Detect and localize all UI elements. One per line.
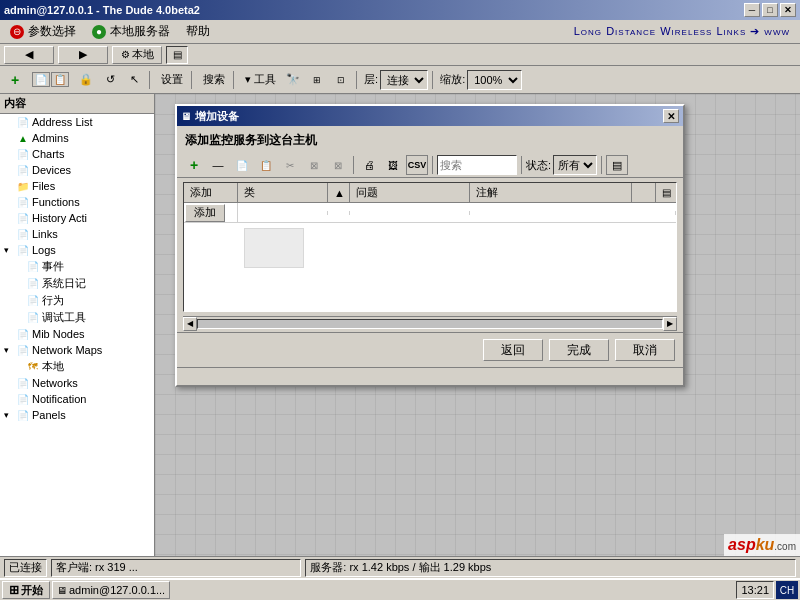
- toolbar-sep1: [149, 71, 153, 89]
- links-label: Links: [32, 228, 58, 240]
- admins-icon: ▲: [16, 131, 30, 145]
- behavior-icon: 📄: [26, 294, 40, 308]
- grid-btn1[interactable]: ⊞: [306, 69, 328, 91]
- scrollbar-track[interactable]: [197, 319, 663, 329]
- start-label: 开始: [21, 583, 43, 598]
- scroll-left-btn[interactable]: ◀: [183, 317, 197, 331]
- address-icon: ▤: [166, 46, 188, 64]
- files-label: Files: [32, 180, 55, 192]
- sidebar-item-notification[interactable]: 📄 Notification: [0, 391, 154, 407]
- local-icon: 🗺: [26, 360, 40, 374]
- menu-help[interactable]: 帮助: [178, 21, 218, 42]
- sidebar-item-functions[interactable]: 📄 Functions: [0, 194, 154, 210]
- dialog-close-button[interactable]: ✕: [663, 109, 679, 123]
- dlg-add-btn[interactable]: +: [183, 155, 205, 175]
- local-server-label: 本地服务器: [110, 23, 170, 40]
- expand-icon: ▾: [4, 345, 14, 355]
- refresh-btn[interactable]: ↺: [99, 69, 121, 91]
- dlg-dis1-btn: ⊠: [303, 155, 325, 175]
- add-button[interactable]: +: [4, 69, 26, 91]
- sidebar-item-syslog[interactable]: 📄 系统日记: [0, 275, 154, 292]
- history-icon: 📄: [16, 211, 30, 225]
- sidebar-item-devices[interactable]: 📄 Devices: [0, 162, 154, 178]
- channel-indicator: CH: [776, 581, 798, 599]
- sidebar-item-local[interactable]: 🗺 本地: [0, 358, 154, 375]
- cursor-btn[interactable]: ↖: [123, 69, 145, 91]
- back-button[interactable]: 返回: [483, 339, 543, 361]
- minimize-button[interactable]: ─: [744, 3, 760, 17]
- close-button[interactable]: ✕: [780, 3, 796, 17]
- nav-fwd-button[interactable]: ▶: [58, 46, 108, 64]
- behavior-label: 行为: [42, 293, 64, 308]
- sidebar-item-networks[interactable]: 📄 Networks: [0, 375, 154, 391]
- nav-back-button[interactable]: ◀: [4, 46, 54, 64]
- zoom-select[interactable]: 100%: [467, 70, 522, 90]
- devices-icon: 📄: [16, 163, 30, 177]
- sidebar-item-address-list[interactable]: 📄 Address List: [0, 114, 154, 130]
- toolbar: + 📄 📋 🔒 ↺ ↖ 设置 搜索 ▾ 工具 🔭 ⊞ ⊡ 层: 连接 缩放: 1…: [0, 66, 800, 94]
- td-issue: [350, 211, 470, 215]
- sidebar-item-admins[interactable]: ▲ Admins: [0, 130, 154, 146]
- taskbar-time: 13:21: [736, 581, 774, 599]
- binoculars-btn[interactable]: 🔭: [282, 69, 304, 91]
- window-icon: 🖥: [57, 585, 67, 596]
- dialog-title-text: 增加设备: [195, 109, 239, 124]
- sidebar-item-mib[interactable]: 📄 Mib Nodes: [0, 326, 154, 342]
- address-list-label: Address List: [32, 116, 93, 128]
- th-menu-btn[interactable]: ▤: [656, 183, 676, 202]
- dialog-title-bar[interactable]: 🖥 增加设备 ✕: [177, 106, 683, 126]
- brand-slogan: Long Distance Wireless Links ➔ www: [218, 25, 798, 38]
- add-to-table-button[interactable]: 添加: [185, 204, 225, 222]
- dlg-cut-btn[interactable]: ✂: [279, 155, 301, 175]
- dlg-view-btn[interactable]: ▤: [606, 155, 628, 175]
- h-scrollbar[interactable]: ◀ ▶: [183, 316, 677, 330]
- sidebar-item-events[interactable]: 📄 事件: [0, 258, 154, 275]
- status-select[interactable]: 所有: [553, 155, 597, 175]
- sidebar-item-links[interactable]: 📄 Links: [0, 226, 154, 242]
- sidebar-item-logs[interactable]: ▾ 📄 Logs: [0, 242, 154, 258]
- dlg-remove-btn[interactable]: —: [207, 155, 229, 175]
- zoom-label: 缩放:: [440, 72, 465, 87]
- cancel-button[interactable]: 取消: [615, 339, 675, 361]
- settings-toolbar-btn[interactable]: 设置: [157, 69, 187, 91]
- sidebar-item-charts[interactable]: 📄 Charts: [0, 146, 154, 162]
- tools-toolbar-btn[interactable]: ▾ 工具: [241, 69, 280, 91]
- dlg-screenshot-btn[interactable]: 🖼: [382, 155, 404, 175]
- dlg-print-btn[interactable]: 🖨: [358, 155, 380, 175]
- grid-btn2[interactable]: ⊡: [330, 69, 352, 91]
- scroll-right-btn[interactable]: ▶: [663, 317, 677, 331]
- menu-local-server[interactable]: ● 本地服务器: [84, 21, 178, 42]
- lock-btn[interactable]: 🔒: [75, 69, 97, 91]
- canvas-area[interactable]: 🖥 增加设备 ✕ 添加监控服务到这台主机 + — 📄 📋 ✂ ⊠ ⊠ 🖨 🖼 C…: [155, 94, 800, 556]
- taskbar-window-btn[interactable]: 🖥 admin@127.0.0.1...: [52, 581, 170, 599]
- finish-button[interactable]: 完成: [549, 339, 609, 361]
- sidebar-item-panels[interactable]: ▾ 📄 Panels: [0, 407, 154, 423]
- dialog-toolbar: + — 📄 📋 ✂ ⊠ ⊠ 🖨 🖼 CSV 状态: 所有 ▤: [177, 153, 683, 178]
- toolbar-icons[interactable]: 📄 📋: [28, 69, 73, 91]
- menu-params[interactable]: ⊖ 参数选择: [2, 21, 84, 42]
- sidebar-item-network-maps[interactable]: ▾ 📄 Network Maps: [0, 342, 154, 358]
- sidebar-item-behavior[interactable]: 📄 行为: [0, 292, 154, 309]
- ghost-image: [244, 228, 324, 288]
- dlg-sep1: [353, 156, 354, 174]
- dlg-paste-btn[interactable]: 📋: [255, 155, 277, 175]
- dlg-search-input[interactable]: [437, 155, 517, 175]
- history-label: History Acti: [32, 212, 87, 224]
- dlg-csv-btn[interactable]: CSV: [406, 155, 428, 175]
- layer-select[interactable]: 连接: [380, 70, 428, 90]
- taskbar: ⊞ 开始 🖥 admin@127.0.0.1... 13:21 CH: [0, 578, 800, 600]
- td-note: [470, 211, 676, 215]
- maximize-button[interactable]: □: [762, 3, 778, 17]
- toolbar-sep3: [233, 71, 237, 89]
- networks-icon: 📄: [16, 376, 30, 390]
- settings-btn[interactable]: ⚙ 本地: [112, 46, 162, 64]
- charts-label: Charts: [32, 148, 64, 160]
- dlg-copy-btn[interactable]: 📄: [231, 155, 253, 175]
- table-first-row: 添加: [184, 203, 676, 223]
- start-button[interactable]: ⊞ 开始: [2, 581, 50, 599]
- sidebar-item-history[interactable]: 📄 History Acti: [0, 210, 154, 226]
- address-label: 本地: [132, 47, 154, 62]
- search-toolbar-btn[interactable]: 搜索: [199, 69, 229, 91]
- sidebar-item-files[interactable]: 📁 Files: [0, 178, 154, 194]
- sidebar-item-debug[interactable]: 📄 调试工具: [0, 309, 154, 326]
